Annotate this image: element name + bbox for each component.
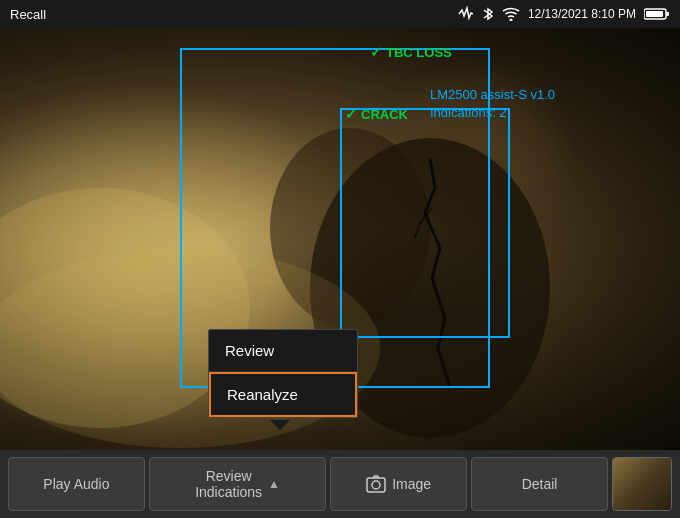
dropdown-arrow [270, 420, 290, 430]
chevron-up-icon: ▲ [268, 477, 280, 491]
image-icon [366, 475, 386, 493]
thumbnail-button[interactable] [612, 457, 672, 511]
crack-label: ✓ CRACK [345, 106, 408, 122]
status-left: Recall [10, 7, 46, 22]
activity-icon [458, 6, 474, 22]
crack-checkmark: ✓ [345, 106, 357, 122]
detail-label: Detail [522, 476, 558, 492]
ai-info-box: LM2500 assist-S v1.0 Indications: 2 [430, 86, 555, 122]
tbc-loss-label: ✓ TBC LOSS [370, 44, 452, 60]
bluetooth-icon [482, 6, 494, 22]
battery-icon [644, 7, 670, 21]
dropdown-menu: Review Reanalyze [208, 329, 358, 418]
datetime: 12/13/2021 8:10 PM [528, 7, 636, 21]
review-btn-inner: ReviewIndications ▲ [195, 468, 280, 500]
wifi-icon [502, 7, 520, 21]
svg-point-0 [509, 19, 512, 22]
play-audio-button[interactable]: Play Audio [8, 457, 145, 511]
review-indications-button[interactable]: ReviewIndications ▲ [149, 457, 326, 511]
dropdown-item-reanalyze[interactable]: Reanalyze [209, 372, 357, 417]
review-indications-label: ReviewIndications [195, 468, 262, 500]
ai-indications-count: Indications: 2 [430, 104, 555, 122]
svg-point-9 [372, 481, 380, 489]
app-title: Recall [10, 7, 46, 22]
svg-rect-8 [367, 478, 385, 492]
image-button[interactable]: Image [330, 457, 467, 511]
svg-rect-2 [666, 12, 669, 16]
ai-model-name: LM2500 assist-S v1.0 [430, 86, 555, 104]
status-bar: Recall 12/13/2021 8:10 PM [0, 0, 680, 28]
image-label: Image [392, 476, 431, 492]
svg-rect-3 [646, 11, 663, 17]
dropdown-item-review[interactable]: Review [209, 330, 357, 372]
play-audio-label: Play Audio [43, 476, 109, 492]
detail-button[interactable]: Detail [471, 457, 608, 511]
thumbnail-preview [613, 458, 671, 510]
toolbar: Play Audio ReviewIndications ▲ Image Det… [0, 450, 680, 518]
tbc-checkmark: ✓ [370, 44, 382, 60]
status-right: 12/13/2021 8:10 PM [458, 6, 670, 22]
